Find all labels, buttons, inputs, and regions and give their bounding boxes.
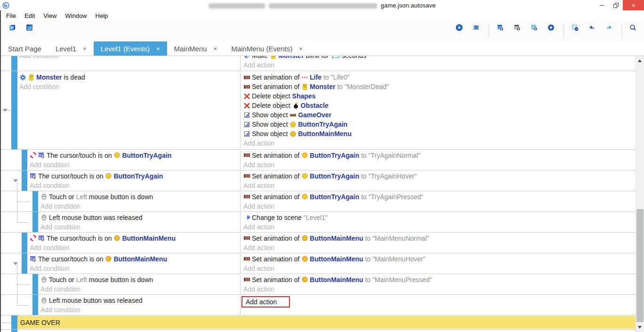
scroll-down-icon[interactable] xyxy=(638,326,642,329)
condition-line[interactable]: Left mouse button was released xyxy=(40,296,240,305)
restore-button[interactable] xyxy=(609,0,623,10)
scroll-up-icon[interactable] xyxy=(638,59,642,62)
project-manager-button[interactable] xyxy=(5,23,22,40)
fold-arrow-icon[interactable] xyxy=(3,109,8,112)
coin-yellow-icon xyxy=(301,152,308,159)
tab-level1-events-[interactable]: Level1 (Events)× xyxy=(94,41,167,56)
scrollbar-thumb[interactable] xyxy=(636,209,644,322)
action-line[interactable]: Set animation of Monster to "MonsterDead… xyxy=(243,82,636,91)
tab-mainmenu[interactable]: MainMenu× xyxy=(167,41,225,56)
action-line[interactable]: Show object ButtonTryAgain xyxy=(243,120,636,129)
condition-line[interactable]: The cursor/touch is on ButtonTryAgain xyxy=(30,171,240,181)
text-part: mouse button is down xyxy=(87,193,153,201)
action-line[interactable]: Delete object Shapes xyxy=(243,91,636,101)
undo-button[interactable] xyxy=(584,23,601,40)
menu-file[interactable]: File xyxy=(2,10,20,21)
add-condition[interactable]: Add condition xyxy=(30,160,240,170)
action-line[interactable]: Make Monster blink for 1.5 seconds xyxy=(243,56,636,60)
text-part: Set animation of xyxy=(252,276,301,283)
event-row: The cursor/touch is on ButtonTryAgainAdd… xyxy=(1,170,636,191)
condition-line[interactable]: The cursor/touch is on ButtonMainMenu xyxy=(30,234,240,243)
add-condition[interactable]: Add condition xyxy=(40,305,240,315)
action-line[interactable]: Set animation of ButtonTryAgain to "TryA… xyxy=(243,192,636,202)
vertical-scrollbar[interactable] xyxy=(636,56,644,332)
minimize-icon xyxy=(600,5,604,6)
action-line[interactable]: Set animation of Life to "Life0" xyxy=(243,73,636,82)
unselect-button[interactable] xyxy=(567,23,584,40)
scene-editor-button[interactable] xyxy=(22,23,39,40)
add-event-button[interactable] xyxy=(492,23,509,40)
condition-line[interactable]: Touch or Left mouse button is down xyxy=(40,275,240,284)
menu-edit[interactable]: Edit xyxy=(20,10,39,21)
text-part: Delete object xyxy=(252,92,292,100)
add-action[interactable]: Add action xyxy=(243,202,636,211)
add-comment-button[interactable] xyxy=(526,23,543,40)
tab-close-icon[interactable]: × xyxy=(299,45,303,52)
action-line[interactable]: Set animation of ButtonTryAgain to "TryA… xyxy=(243,151,636,160)
debug-button[interactable] xyxy=(468,23,485,40)
condition-line[interactable]: Touch or Left mouse button is down xyxy=(40,192,240,202)
add-action[interactable]: Add action xyxy=(243,284,636,294)
add-action[interactable]: Add action xyxy=(243,222,636,232)
condition-line[interactable]: Left mouse button was released xyxy=(40,213,240,222)
action-line[interactable]: Set animation of ButtonMainMenu to "Main… xyxy=(243,234,636,243)
toolbar-separator xyxy=(564,24,564,38)
action-line[interactable]: Show object GameOver xyxy=(243,110,636,120)
add-condition[interactable]: Add condition xyxy=(30,264,240,273)
condition-line[interactable]: Monster is dead xyxy=(19,73,240,82)
animation-icon xyxy=(243,193,250,200)
tab-close-icon[interactable]: × xyxy=(156,45,160,52)
cursor-icon xyxy=(30,255,37,262)
action-line[interactable]: Show object ButtonMainMenu xyxy=(243,129,636,138)
play-button[interactable] xyxy=(451,23,468,40)
redo-button[interactable] xyxy=(601,23,618,40)
add-subevent-button[interactable] xyxy=(509,23,526,40)
action-line[interactable]: Change to scene "Level1" xyxy=(243,213,636,222)
menu-window[interactable]: Window xyxy=(61,10,91,21)
tab-close-icon[interactable]: × xyxy=(83,45,87,52)
add-condition[interactable]: Add condition xyxy=(40,202,240,211)
minimize-button[interactable] xyxy=(595,0,609,10)
action-line[interactable]: Delete object Obstacle xyxy=(243,101,636,110)
add-condition[interactable]: Add condition xyxy=(30,181,240,190)
tab-close-icon[interactable]: × xyxy=(214,45,217,52)
tab-mainmenu-events-[interactable]: MainMenu (Events)× xyxy=(224,41,310,56)
add-action[interactable]: Add action xyxy=(243,60,636,70)
add-condition[interactable]: Add condition xyxy=(40,284,240,294)
text-part: ButtonTryAgain xyxy=(113,172,163,180)
action-line[interactable]: Set animation of ButtonMainMenu to "Main… xyxy=(243,254,636,264)
tab-start-page[interactable]: Start Page xyxy=(1,41,48,56)
add-action[interactable]: Add action xyxy=(243,138,636,148)
action-line[interactable]: Set animation of ButtonTryAgain to "TryA… xyxy=(243,171,636,181)
add-action-highlighted[interactable]: Add action xyxy=(242,296,290,308)
tree-line xyxy=(2,323,11,323)
add-condition[interactable]: Add condition xyxy=(19,82,240,91)
add-action[interactable]: Add action xyxy=(243,160,636,170)
add-circle-button[interactable] xyxy=(543,23,560,40)
comment-bar[interactable]: GAME OVER xyxy=(17,316,636,329)
close-button[interactable]: × xyxy=(623,0,644,10)
add-action[interactable]: Add action xyxy=(243,243,636,252)
add-action[interactable]: Add action xyxy=(243,264,636,273)
condition-line[interactable]: The cursor/touch is on ButtonMainMenu xyxy=(30,254,240,264)
add-condition[interactable]: Add condition xyxy=(19,56,240,60)
tree-line xyxy=(17,181,17,192)
search-button[interactable] xyxy=(625,23,642,40)
text-part: The cursor/touch is on xyxy=(47,152,113,159)
window-controls: × xyxy=(595,0,644,10)
actions-column: Set animation of ButtonTryAgain to "TryA… xyxy=(241,171,636,190)
event-row: Monster is deadAdd conditionSet animatio… xyxy=(1,71,636,150)
add-condition[interactable]: Add condition xyxy=(30,243,240,252)
menu-help[interactable]: Help xyxy=(91,10,113,21)
text-part: Change to scene xyxy=(252,214,304,221)
condition-line[interactable]: The cursor/touch is on ButtonTryAgain xyxy=(30,151,240,160)
selection-bar xyxy=(11,330,17,332)
action-line[interactable]: Set animation of ButtonMainMenu to "Main… xyxy=(243,275,636,284)
add-condition[interactable]: Add condition xyxy=(40,222,240,232)
add-action[interactable]: Add action xyxy=(243,181,636,190)
tab-level1[interactable]: Level1× xyxy=(48,41,94,56)
selection-bar xyxy=(22,253,27,274)
menu-view[interactable]: View xyxy=(39,10,61,21)
text-part: Set animation of xyxy=(252,172,301,180)
coin-orange-icon xyxy=(290,130,297,138)
